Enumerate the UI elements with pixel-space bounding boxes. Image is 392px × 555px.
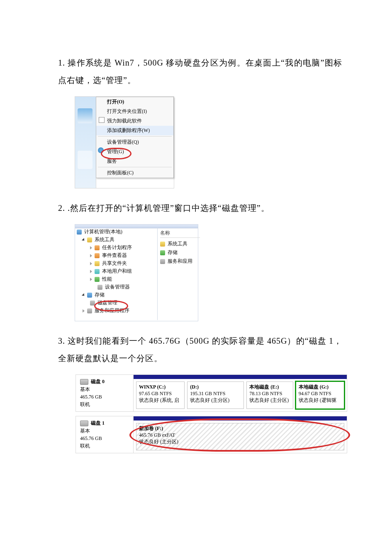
tree-shared-folders[interactable]: 共享文件夹 [75, 259, 157, 267]
tree-svc-label: 服务和应用程序 [95, 308, 129, 313]
menu-manage-label: 管理(G) [107, 149, 124, 154]
right-svc-label: 服务和应用 [168, 258, 192, 264]
disk0-header: 磁盘 0 [80, 378, 129, 385]
right-systools-label: 系统工具 [168, 241, 187, 247]
clock-icon [95, 245, 100, 250]
disk0-title: 磁盘 0 [91, 378, 105, 385]
p3-state: 状态良好 (主分区) [249, 397, 290, 403]
tree-devmgr-label: 设备管理器 [105, 284, 130, 290]
tree-performance[interactable]: 性能 [75, 275, 157, 283]
right-item-systools[interactable]: 系统工具 [160, 240, 200, 248]
expand-icon [90, 278, 92, 281]
tree-storage-label: 存储 [95, 292, 105, 298]
perf-icon [95, 277, 100, 282]
mgmt-tree: 计算机管理(本地) 系统工具 任务计划程序 事件查看器 [75, 228, 158, 320]
p4-size: 94.67 GB NTFS [299, 390, 341, 397]
p3-size: 78.13 GB NTFS [249, 390, 290, 397]
partition-c[interactable]: WINXP (C:) 97.65 GB NTFS 状态良好 (系统, 启 [136, 381, 185, 409]
p2-title: (D:) [190, 384, 241, 390]
tree-local-users[interactable]: 本地用户和组 [75, 267, 157, 275]
p4-title: 本地磁盘 (G:) [299, 384, 341, 390]
menu-uninstall[interactable]: 强力卸载此软件 [96, 116, 173, 126]
menu-separator [98, 136, 172, 137]
harddisk-icon [80, 379, 88, 385]
log-icon [95, 253, 100, 258]
p3-title: 本地磁盘 (E:) [249, 384, 290, 390]
pf-size: 465.76 GB exFAT [139, 432, 341, 438]
tree-device-manager[interactable]: 设备管理器 [75, 283, 157, 291]
menu-open[interactable]: 打开(O) [96, 97, 173, 107]
context-menu-figure: 打开(O) 打开文件夹位置(I) 强力卸载此软件 添加或删除程序(W) 设备管理… [75, 96, 174, 188]
desktop-icon [78, 151, 93, 169]
disk1-strip [134, 416, 347, 421]
tree-services-apps[interactable]: 服务和应用程序 [75, 307, 157, 315]
users-icon [95, 269, 100, 274]
menu-add-remove[interactable]: 添加或删除程序(W) [96, 126, 173, 135]
tools-icon [160, 242, 165, 247]
disk0-type: 基本 [80, 386, 129, 393]
tree-event-label: 事件查看器 [102, 252, 127, 258]
disk-management-figure: 磁盘 0 基本 465.76 GB 联机 WINXP (C:) 97.65 GB… [75, 374, 347, 453]
menu-manage[interactable]: 管理(G) [96, 147, 173, 156]
right-item-services[interactable]: 服务和应用 [160, 257, 200, 266]
disk0-strip [134, 375, 347, 379]
tree-task-label: 任务计划程序 [102, 244, 132, 250]
disk1-body: 新加卷 (F:) 465.76 GB exFAT 状态良好 (主分区) [134, 416, 347, 453]
computer-icon [77, 230, 82, 235]
disk1-type: 基本 [80, 428, 129, 435]
tree-perf-label: 性能 [102, 276, 112, 282]
menu-service[interactable]: 服务 [96, 156, 173, 166]
services-icon [160, 259, 165, 264]
tree-task-scheduler[interactable]: 任务计划程序 [75, 244, 157, 252]
tree-root[interactable]: 计算机管理(本地) [75, 228, 157, 236]
tree-root-label: 计算机管理(本地) [84, 229, 122, 235]
menu-control-panel[interactable]: 控制面板(C) [96, 168, 173, 178]
folder-icon [95, 261, 100, 266]
mgmt-right-pane: 名称 系统工具 存储 服务和应用 [158, 228, 202, 267]
computer-management-figure: 计算机管理(本地) 系统工具 任务计划程序 事件查看器 [75, 224, 198, 321]
disk1-header: 磁盘 1 [80, 420, 129, 427]
p2-state: 状态良好 (主分区) [190, 397, 241, 403]
step2-text: 2. .然后在打开的“计算机管理”窗口中选择“磁盘管理”。 [58, 199, 342, 217]
tree-system-tools-label: 系统工具 [95, 237, 114, 242]
disk1-state: 联机 [80, 443, 129, 450]
p2-size: 195.31 GB NTFS [190, 390, 241, 397]
disk0-size: 465.76 GB [80, 394, 129, 400]
my-computer-icon [78, 108, 93, 123]
tree-users-label: 本地用户和组 [102, 268, 132, 274]
right-item-storage[interactable]: 存储 [160, 248, 200, 257]
partition-e[interactable]: 本地磁盘 (E:) 78.13 GB NTFS 状态良好 (主分区) [246, 381, 293, 409]
p1-title: WINXP (C:) [139, 384, 182, 390]
context-menu: 打开(O) 打开文件夹位置(I) 强力卸载此软件 添加或删除程序(W) 设备管理… [96, 97, 174, 178]
tree-disk-management[interactable]: 磁盘管理 [75, 299, 157, 307]
disk1-size: 465.76 GB [80, 435, 129, 442]
partition-d[interactable]: (D:) 195.31 GB NTFS 状态良好 (主分区) [187, 381, 244, 409]
step1-text: 1. 操作系统是 Win7，500G 移动硬盘分区为例。在桌面上“我的电脑”图标… [58, 54, 342, 89]
disk1-row: 磁盘 1 基本 465.76 GB 联机 新加卷 (F:) 465.76 GB … [75, 416, 347, 453]
services-icon [87, 308, 92, 313]
disk0-state: 联机 [80, 401, 129, 408]
tree-system-tools[interactable]: 系统工具 [75, 236, 157, 244]
right-storage-label: 存储 [168, 249, 178, 255]
menu-separator [98, 167, 172, 167]
menu-open-folder[interactable]: 打开文件夹位置(I) [96, 107, 173, 116]
menu-uninstall-label: 强力卸载此软件 [107, 118, 142, 124]
partition-f[interactable]: 新加卷 (F:) 465.76 GB exFAT 状态良好 (主分区) [136, 423, 344, 450]
trash-icon [99, 117, 105, 123]
pf-state: 状态良好 (主分区) [139, 438, 341, 445]
device-icon [97, 285, 102, 290]
step3-text: 3. 这时我们能看到一个 465.76G（500G 的实际容量是 465G）的“… [58, 332, 342, 367]
partition-g[interactable]: 本地磁盘 (G:) 94.67 GB NTFS 状态良好 (逻辑驱 [296, 381, 344, 409]
tree-diskmgr-label: 磁盘管理 [97, 300, 117, 306]
storage-icon [87, 293, 92, 298]
disk-icon [90, 301, 95, 306]
disk0-row: 磁盘 0 基本 465.76 GB 联机 WINXP (C:) 97.65 GB… [75, 374, 347, 412]
p1-size: 97.65 GB NTFS [139, 390, 182, 397]
tree-event-viewer[interactable]: 事件查看器 [75, 252, 157, 259]
pf-title: 新加卷 (F:) [139, 425, 341, 432]
storage-icon [160, 250, 165, 255]
tools-icon [87, 237, 92, 242]
globe-icon [98, 147, 104, 153]
tree-storage[interactable]: 存储 [75, 291, 157, 299]
menu-device-manager[interactable]: 设备管理器(Q) [96, 137, 173, 147]
